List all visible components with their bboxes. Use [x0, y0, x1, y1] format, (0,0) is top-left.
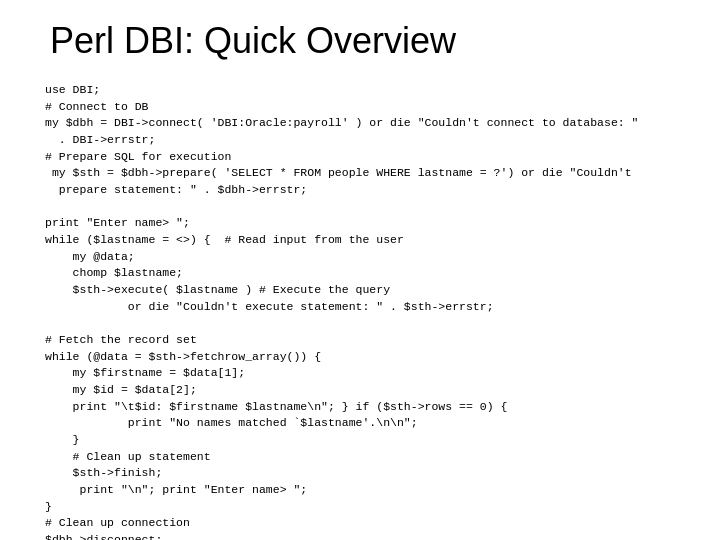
page-container: Perl DBI: Quick Overview use DBI; # Conn… [0, 0, 720, 540]
page-title: Perl DBI: Quick Overview [50, 20, 680, 62]
code-block: use DBI; # Connect to DB my $dbh = DBI->… [40, 82, 680, 540]
